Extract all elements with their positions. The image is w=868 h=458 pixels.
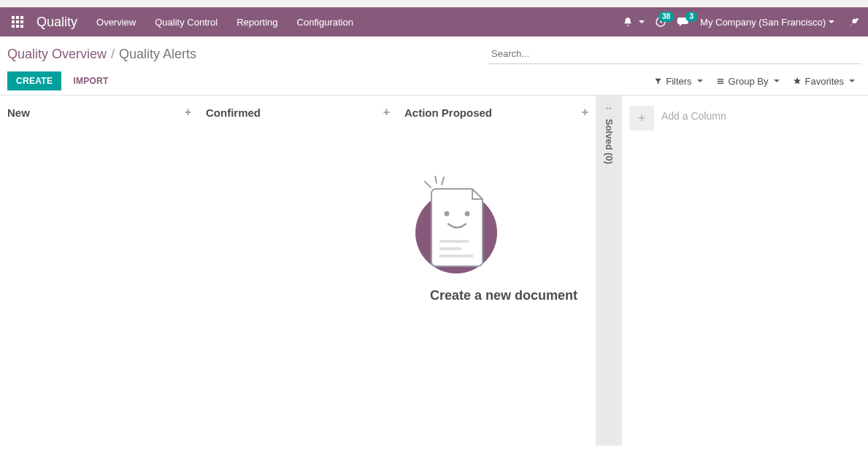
chevron-down-icon: [849, 79, 855, 82]
notifications-button[interactable]: [623, 17, 645, 27]
breadcrumb-separator: /: [111, 47, 115, 62]
svg-line-21: [442, 177, 444, 185]
column-title[interactable]: Action Proposed: [404, 106, 492, 119]
kanban-column-confirmed: Confirmed +: [199, 96, 397, 446]
breadcrumb-parent[interactable]: Quality Overview: [7, 47, 107, 62]
navbar: Quality Overview Quality Control Reporti…: [0, 7, 868, 36]
quick-create-button[interactable]: +: [185, 106, 191, 119]
svg-point-15: [465, 211, 470, 217]
svg-rect-4: [16, 20, 19, 23]
debug-button[interactable]: [849, 17, 859, 27]
kanban-column-folded-solved[interactable]: ↔ Solved (0): [596, 96, 622, 446]
svg-line-20: [435, 176, 437, 183]
expand-icon: ↔: [604, 103, 613, 113]
folded-column-label: Solved: [604, 119, 615, 150]
activities-button[interactable]: 38: [655, 16, 667, 28]
breadcrumb: Quality Overview / Quality Alerts: [7, 47, 196, 62]
nav-item-overview[interactable]: Overview: [88, 11, 145, 34]
svg-point-14: [445, 211, 450, 217]
svg-rect-1: [16, 16, 19, 19]
empty-document-icon: [409, 176, 504, 278]
chevron-down-icon: [639, 20, 645, 23]
bell-icon: [623, 17, 633, 27]
nav-item-reporting[interactable]: Reporting: [228, 11, 286, 34]
company-name: My Company (San Francisco): [700, 17, 826, 28]
messages-badge: 3: [685, 12, 697, 22]
favorites-dropdown[interactable]: Favorites: [793, 76, 855, 87]
apps-icon: [12, 16, 23, 28]
column-title[interactable]: Confirmed: [206, 106, 261, 119]
breadcrumb-current: Quality Alerts: [119, 47, 196, 62]
favorites-label: Favorites: [805, 76, 844, 87]
app-title[interactable]: Quality: [29, 15, 88, 30]
quick-create-button[interactable]: +: [383, 106, 390, 119]
empty-state: Create a new document: [409, 176, 599, 303]
svg-rect-5: [20, 20, 23, 23]
group-by-dropdown[interactable]: Group By: [716, 76, 780, 87]
svg-rect-0: [12, 16, 15, 19]
chevron-down-icon: [829, 20, 834, 23]
quick-create-button[interactable]: +: [582, 106, 588, 119]
star-icon: [793, 77, 802, 85]
apps-menu-button[interactable]: [6, 12, 29, 32]
svg-rect-6: [12, 25, 15, 28]
wrench-icon: [849, 17, 859, 27]
add-column-area: + Add a Column: [622, 96, 734, 446]
import-button[interactable]: IMPORT: [64, 71, 117, 90]
kanban-view: New + Confirmed + Action Proposed + ↔ So…: [0, 96, 868, 446]
filter-icon: [654, 77, 662, 85]
add-column-label[interactable]: Add a Column: [661, 106, 726, 122]
svg-rect-3: [12, 20, 15, 23]
filters-label: Filters: [666, 76, 691, 87]
folded-column-count: (0): [604, 152, 615, 164]
filters-dropdown[interactable]: Filters: [654, 76, 702, 87]
svg-rect-7: [16, 25, 19, 28]
nav-menu: Overview Quality Control Reporting Confi…: [88, 11, 362, 34]
chevron-down-icon: [697, 79, 703, 82]
nav-item-configuration[interactable]: Configuration: [288, 11, 362, 34]
svg-rect-17: [439, 247, 461, 250]
kanban-column-new: New +: [0, 96, 199, 446]
add-column-button[interactable]: +: [629, 106, 654, 131]
create-button[interactable]: CREATE: [7, 71, 61, 90]
nav-item-quality-control[interactable]: Quality Control: [146, 11, 226, 34]
svg-line-19: [425, 182, 431, 187]
chevron-down-icon: [774, 79, 780, 82]
group-by-label: Group By: [729, 76, 769, 87]
list-icon: [716, 77, 725, 85]
svg-rect-18: [439, 255, 473, 257]
column-title[interactable]: New: [7, 106, 30, 119]
messages-button[interactable]: 3: [677, 16, 690, 28]
svg-rect-8: [20, 25, 23, 28]
svg-rect-16: [439, 240, 469, 243]
company-switcher[interactable]: My Company (San Francisco): [700, 17, 834, 28]
svg-rect-2: [20, 16, 23, 19]
control-panel: Quality Overview / Quality Alerts CREATE…: [0, 36, 868, 96]
activities-badge: 38: [658, 12, 674, 22]
empty-state-title: Create a new document: [409, 288, 599, 303]
search-input[interactable]: [488, 44, 861, 64]
